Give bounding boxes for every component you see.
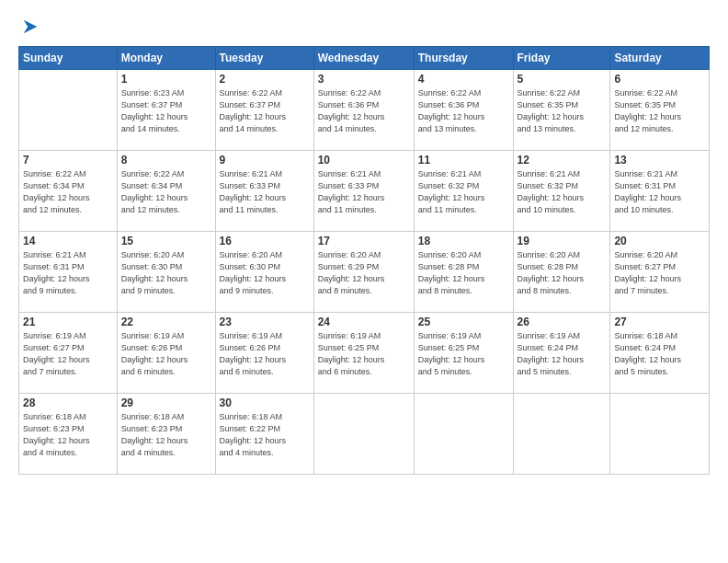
day-info: Sunrise: 6:19 AM Sunset: 6:25 PM Dayligh… <box>318 330 410 378</box>
calendar-cell: 14Sunrise: 6:21 AM Sunset: 6:31 PM Dayli… <box>19 232 118 313</box>
logo <box>18 15 40 37</box>
calendar-cell: 19Sunrise: 6:20 AM Sunset: 6:28 PM Dayli… <box>513 232 610 313</box>
day-number: 23 <box>220 316 310 328</box>
weekday-header-monday: Monday <box>117 47 215 70</box>
calendar-cell: 9Sunrise: 6:21 AM Sunset: 6:33 PM Daylig… <box>215 151 313 232</box>
day-info: Sunrise: 6:22 AM Sunset: 6:36 PM Dayligh… <box>418 87 509 135</box>
day-info: Sunrise: 6:22 AM Sunset: 6:34 PM Dayligh… <box>23 168 113 216</box>
day-info: Sunrise: 6:21 AM Sunset: 6:33 PM Dayligh… <box>220 168 310 216</box>
calendar-cell: 23Sunrise: 6:19 AM Sunset: 6:26 PM Dayli… <box>215 313 313 394</box>
calendar-cell <box>414 394 513 475</box>
day-number: 11 <box>418 154 509 167</box>
day-number: 2 <box>220 73 310 86</box>
calendar-cell: 8Sunrise: 6:22 AM Sunset: 6:34 PM Daylig… <box>117 151 215 232</box>
weekday-header-tuesday: Tuesday <box>215 47 313 70</box>
weekday-header-wednesday: Wednesday <box>313 47 414 70</box>
calendar-cell: 1Sunrise: 6:23 AM Sunset: 6:37 PM Daylig… <box>117 70 215 151</box>
day-info: Sunrise: 6:20 AM Sunset: 6:29 PM Dayligh… <box>318 249 410 297</box>
day-number: 27 <box>614 316 705 328</box>
day-number: 1 <box>121 73 211 86</box>
day-number: 7 <box>23 154 113 167</box>
calendar-week-row: 7Sunrise: 6:22 AM Sunset: 6:34 PM Daylig… <box>19 151 710 232</box>
day-info: Sunrise: 6:21 AM Sunset: 6:33 PM Dayligh… <box>318 168 410 216</box>
calendar-cell: 5Sunrise: 6:22 AM Sunset: 6:35 PM Daylig… <box>513 70 610 151</box>
page-header <box>18 15 710 37</box>
day-info: Sunrise: 6:18 AM Sunset: 6:24 PM Dayligh… <box>614 330 705 378</box>
calendar-cell: 17Sunrise: 6:20 AM Sunset: 6:29 PM Dayli… <box>313 232 414 313</box>
day-info: Sunrise: 6:22 AM Sunset: 6:34 PM Dayligh… <box>121 168 211 216</box>
calendar-week-row: 28Sunrise: 6:18 AM Sunset: 6:23 PM Dayli… <box>19 394 710 475</box>
day-info: Sunrise: 6:20 AM Sunset: 6:27 PM Dayligh… <box>614 249 705 297</box>
calendar-cell: 16Sunrise: 6:20 AM Sunset: 6:30 PM Dayli… <box>215 232 313 313</box>
calendar-cell: 10Sunrise: 6:21 AM Sunset: 6:33 PM Dayli… <box>313 151 414 232</box>
calendar-cell: 4Sunrise: 6:22 AM Sunset: 6:36 PM Daylig… <box>414 70 513 151</box>
calendar-cell: 27Sunrise: 6:18 AM Sunset: 6:24 PM Dayli… <box>610 313 710 394</box>
day-number: 17 <box>318 235 410 247</box>
day-number: 10 <box>318 154 410 167</box>
day-number: 24 <box>318 316 410 328</box>
day-info: Sunrise: 6:22 AM Sunset: 6:36 PM Dayligh… <box>318 87 410 135</box>
weekday-header-row: SundayMondayTuesdayWednesdayThursdayFrid… <box>19 47 710 70</box>
day-number: 15 <box>121 235 211 247</box>
calendar-cell: 3Sunrise: 6:22 AM Sunset: 6:36 PM Daylig… <box>313 70 414 151</box>
day-number: 16 <box>220 235 310 247</box>
day-info: Sunrise: 6:21 AM Sunset: 6:32 PM Dayligh… <box>418 168 509 216</box>
day-info: Sunrise: 6:20 AM Sunset: 6:28 PM Dayligh… <box>418 249 509 297</box>
day-number: 6 <box>614 73 705 86</box>
day-number: 13 <box>614 154 705 167</box>
day-info: Sunrise: 6:19 AM Sunset: 6:27 PM Dayligh… <box>23 330 113 378</box>
calendar-cell: 15Sunrise: 6:20 AM Sunset: 6:30 PM Dayli… <box>117 232 215 313</box>
calendar-cell: 18Sunrise: 6:20 AM Sunset: 6:28 PM Dayli… <box>414 232 513 313</box>
day-number: 22 <box>121 316 211 328</box>
day-number: 5 <box>518 73 607 86</box>
day-number: 20 <box>614 235 705 247</box>
day-number: 18 <box>418 235 509 247</box>
calendar-week-row: 14Sunrise: 6:21 AM Sunset: 6:31 PM Dayli… <box>19 232 710 313</box>
calendar-cell: 11Sunrise: 6:21 AM Sunset: 6:32 PM Dayli… <box>414 151 513 232</box>
calendar-cell: 25Sunrise: 6:19 AM Sunset: 6:25 PM Dayli… <box>414 313 513 394</box>
day-number: 25 <box>418 316 509 328</box>
day-number: 12 <box>518 154 607 167</box>
calendar-week-row: 21Sunrise: 6:19 AM Sunset: 6:27 PM Dayli… <box>19 313 710 394</box>
day-info: Sunrise: 6:19 AM Sunset: 6:25 PM Dayligh… <box>418 330 509 378</box>
calendar-cell: 29Sunrise: 6:18 AM Sunset: 6:23 PM Dayli… <box>117 394 215 475</box>
calendar-cell: 26Sunrise: 6:19 AM Sunset: 6:24 PM Dayli… <box>513 313 610 394</box>
day-info: Sunrise: 6:20 AM Sunset: 6:30 PM Dayligh… <box>121 249 211 297</box>
calendar-cell: 24Sunrise: 6:19 AM Sunset: 6:25 PM Dayli… <box>313 313 414 394</box>
weekday-header-saturday: Saturday <box>610 47 710 70</box>
day-info: Sunrise: 6:18 AM Sunset: 6:22 PM Dayligh… <box>220 411 310 459</box>
calendar-cell: 21Sunrise: 6:19 AM Sunset: 6:27 PM Dayli… <box>19 313 118 394</box>
day-info: Sunrise: 6:21 AM Sunset: 6:31 PM Dayligh… <box>23 249 113 297</box>
day-number: 14 <box>23 235 113 247</box>
day-number: 4 <box>418 73 509 86</box>
day-info: Sunrise: 6:22 AM Sunset: 6:37 PM Dayligh… <box>220 87 310 135</box>
day-number: 30 <box>220 396 310 409</box>
day-info: Sunrise: 6:19 AM Sunset: 6:26 PM Dayligh… <box>220 330 310 378</box>
weekday-header-sunday: Sunday <box>19 47 118 70</box>
day-number: 26 <box>518 316 607 328</box>
day-number: 9 <box>220 154 310 167</box>
day-info: Sunrise: 6:19 AM Sunset: 6:24 PM Dayligh… <box>518 330 607 378</box>
calendar-cell <box>313 394 414 475</box>
svg-marker-0 <box>24 20 38 34</box>
calendar-cell <box>610 394 710 475</box>
calendar-cell: 13Sunrise: 6:21 AM Sunset: 6:31 PM Dayli… <box>610 151 710 232</box>
logo-arrow-icon <box>20 17 40 37</box>
calendar-cell: 28Sunrise: 6:18 AM Sunset: 6:23 PM Dayli… <box>19 394 118 475</box>
day-info: Sunrise: 6:22 AM Sunset: 6:35 PM Dayligh… <box>614 87 705 135</box>
day-number: 29 <box>121 396 211 409</box>
day-info: Sunrise: 6:19 AM Sunset: 6:26 PM Dayligh… <box>121 330 211 378</box>
day-info: Sunrise: 6:23 AM Sunset: 6:37 PM Dayligh… <box>121 87 211 135</box>
day-info: Sunrise: 6:18 AM Sunset: 6:23 PM Dayligh… <box>121 411 211 459</box>
calendar-cell: 6Sunrise: 6:22 AM Sunset: 6:35 PM Daylig… <box>610 70 710 151</box>
calendar-table: SundayMondayTuesdayWednesdayThursdayFrid… <box>18 46 710 475</box>
day-number: 3 <box>318 73 410 86</box>
calendar-cell: 22Sunrise: 6:19 AM Sunset: 6:26 PM Dayli… <box>117 313 215 394</box>
day-info: Sunrise: 6:20 AM Sunset: 6:30 PM Dayligh… <box>220 249 310 297</box>
day-number: 8 <box>121 154 211 167</box>
calendar-cell: 2Sunrise: 6:22 AM Sunset: 6:37 PM Daylig… <box>215 70 313 151</box>
day-info: Sunrise: 6:18 AM Sunset: 6:23 PM Dayligh… <box>23 411 113 459</box>
day-number: 28 <box>23 396 113 409</box>
day-info: Sunrise: 6:20 AM Sunset: 6:28 PM Dayligh… <box>518 249 607 297</box>
calendar-cell: 20Sunrise: 6:20 AM Sunset: 6:27 PM Dayli… <box>610 232 710 313</box>
